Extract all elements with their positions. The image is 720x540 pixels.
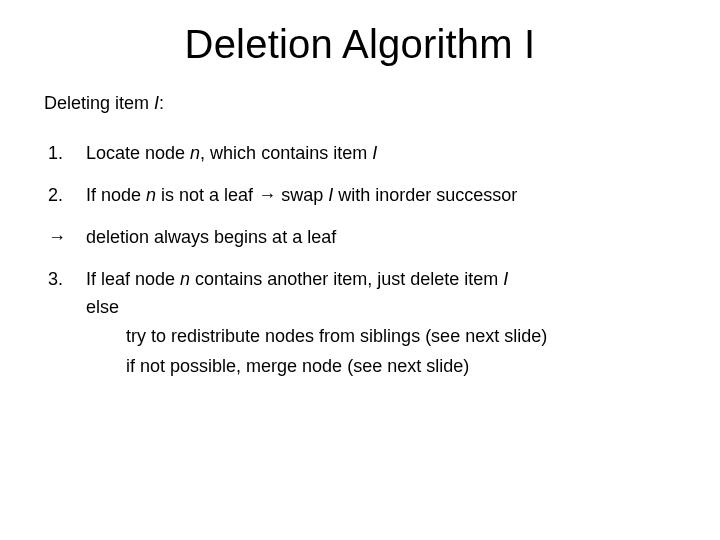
else-line: else (86, 294, 680, 322)
step-1: 1. Locate node n, which contains item I (40, 140, 680, 168)
intro-prefix: Deleting item (44, 93, 154, 113)
arrow-icon: → (258, 185, 276, 205)
step-body: If leaf node n contains another item, ju… (86, 266, 680, 382)
step-list: 1. Locate node n, which contains item I … (40, 140, 680, 381)
sub-step-2: if not possible, merge node (see next sl… (126, 353, 680, 381)
text: If node (86, 185, 146, 205)
var-i: I (503, 269, 508, 289)
text: with inorder successor (333, 185, 517, 205)
var-n: n (190, 143, 200, 163)
text: If leaf node (86, 269, 180, 289)
var-i: I (372, 143, 377, 163)
text: , which contains item (200, 143, 372, 163)
step-body: If node n is not a leaf → swap I with in… (86, 182, 680, 210)
intro-line: Deleting item I: (44, 93, 680, 114)
text: Locate node (86, 143, 190, 163)
text: is not a leaf (156, 185, 258, 205)
step-number: 1. (40, 140, 86, 168)
sub-step-1: try to redistribute nodes from siblings … (126, 323, 680, 351)
step-arrow-note: → deletion always begins at a leaf (40, 224, 680, 252)
step-number: 2. (40, 182, 86, 210)
step-body: Locate node n, which contains item I (86, 140, 680, 168)
slide-title: Deletion Algorithm I (40, 22, 680, 67)
arrow-icon: → (40, 224, 86, 252)
text: deletion always begins at a leaf (86, 227, 336, 247)
step-number: 3. (40, 266, 86, 382)
step-2: 2. If node n is not a leaf → swap I with… (40, 182, 680, 210)
slide: Deletion Algorithm I Deleting item I: 1.… (0, 0, 720, 540)
text: contains another item, just delete item (190, 269, 503, 289)
intro-suffix: : (159, 93, 164, 113)
var-n: n (146, 185, 156, 205)
text: swap (276, 185, 328, 205)
var-n: n (180, 269, 190, 289)
step-3: 3. If leaf node n contains another item,… (40, 266, 680, 382)
step-body: deletion always begins at a leaf (86, 224, 680, 252)
